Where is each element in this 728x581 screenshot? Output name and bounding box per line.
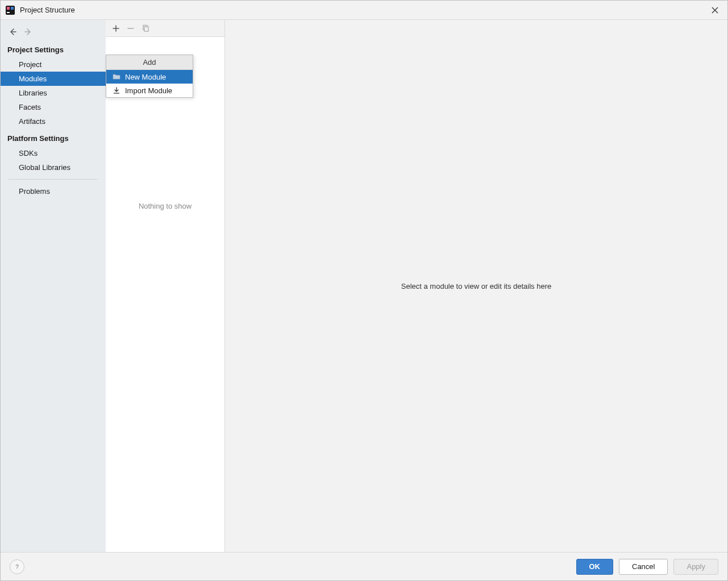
arrow-right-icon	[24, 27, 33, 36]
forward-button[interactable]	[22, 26, 35, 38]
popup-header: Add	[106, 55, 193, 70]
arrow-left-icon	[8, 27, 17, 36]
popup-item-new-module[interactable]: New Module	[106, 70, 193, 84]
import-icon	[112, 86, 121, 95]
dialog-body: Project Settings Project Modules Librari…	[1, 19, 727, 552]
svg-rect-1	[7, 7, 10, 10]
button-bar: ? OK Cancel Apply	[1, 552, 727, 580]
cancel-button[interactable]: Cancel	[619, 559, 668, 575]
app-icon	[5, 5, 15, 15]
close-button[interactable]	[707, 2, 723, 18]
nav-arrows	[1, 24, 106, 40]
project-structure-dialog: Project Structure P	[0, 0, 728, 581]
svg-rect-5	[144, 27, 148, 31]
sidebar-item-modules[interactable]: Modules	[1, 72, 106, 86]
minus-icon	[127, 24, 135, 32]
add-popup-menu: Add New Module	[106, 55, 193, 98]
module-list-toolbar	[106, 20, 224, 37]
apply-button[interactable]: Apply	[673, 559, 718, 575]
help-icon: ?	[14, 563, 20, 570]
detail-panel: Select a module to view or edit its deta…	[225, 20, 727, 552]
add-module-button[interactable]	[109, 22, 123, 35]
svg-text:?: ?	[15, 563, 19, 570]
dialog-title: Project Structure	[20, 6, 707, 14]
remove-module-button[interactable]	[124, 22, 138, 35]
help-button[interactable]: ?	[10, 559, 24, 574]
svg-rect-2	[11, 7, 14, 10]
close-icon	[712, 7, 718, 14]
titlebar: Project Structure	[1, 1, 727, 19]
sidebar-item-project[interactable]: Project	[1, 57, 106, 72]
sidebar-separator	[9, 179, 98, 180]
section-header-platform-settings: Platform Settings	[1, 128, 106, 146]
svg-rect-3	[7, 12, 10, 13]
module-list-body: Nothing to show Add New Module	[106, 37, 224, 552]
folder-icon	[112, 72, 121, 81]
ok-button[interactable]: OK	[576, 559, 614, 575]
sidebar-item-problems[interactable]: Problems	[1, 184, 106, 198]
popup-item-import-module[interactable]: Import Module	[106, 84, 193, 97]
popup-item-label: Import Module	[125, 86, 172, 95]
module-list-panel: Nothing to show Add New Module	[106, 20, 225, 552]
plus-icon	[112, 24, 120, 32]
sidebar-item-artifacts[interactable]: Artifacts	[1, 114, 106, 128]
detail-placeholder-text: Select a module to view or edit its deta…	[401, 282, 551, 290]
sidebar-item-facets[interactable]: Facets	[1, 100, 106, 114]
sidebar-item-libraries[interactable]: Libraries	[1, 86, 106, 100]
empty-list-text: Nothing to show	[106, 202, 224, 210]
copy-module-button[interactable]	[139, 22, 152, 35]
section-header-project-settings: Project Settings	[1, 40, 106, 57]
back-button[interactable]	[6, 26, 19, 38]
sidebar: Project Settings Project Modules Librari…	[1, 20, 106, 552]
sidebar-item-sdks[interactable]: SDKs	[1, 146, 106, 160]
popup-item-label: New Module	[125, 73, 166, 81]
sidebar-item-global-libraries[interactable]: Global Libraries	[1, 160, 106, 175]
copy-icon	[142, 24, 149, 32]
